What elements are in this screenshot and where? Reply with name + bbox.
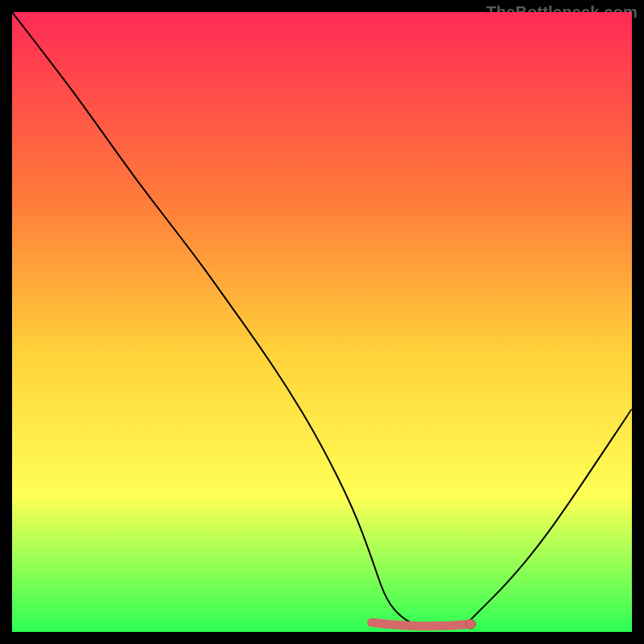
plot-area (12, 12, 632, 632)
chart-container: TheBottleneck.com (0, 0, 644, 644)
bottleneck-min-marker (372, 622, 471, 626)
chart-svg (12, 12, 632, 632)
bottleneck-min-dot (466, 619, 476, 629)
chart-background-gradient (12, 12, 632, 632)
